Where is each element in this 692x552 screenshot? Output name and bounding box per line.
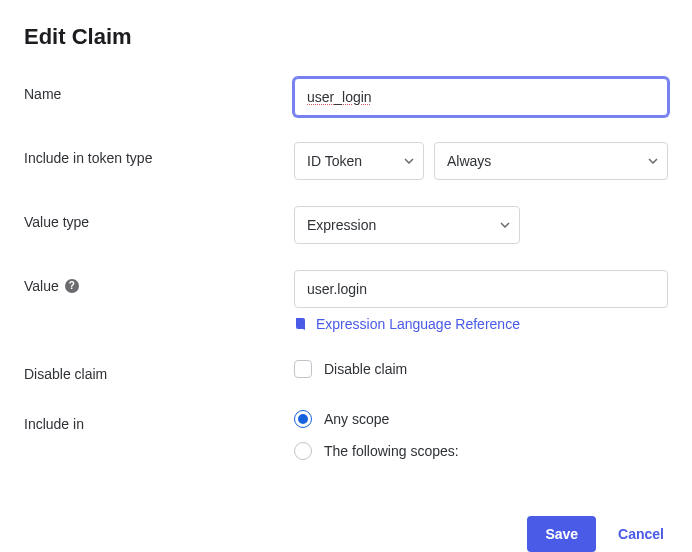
value-label: Value [24,278,59,294]
help-icon[interactable]: ? [65,279,79,293]
include-in-any-radio[interactable] [294,410,312,428]
cancel-button[interactable]: Cancel [618,526,664,542]
row-disable-claim: Disable claim Disable claim [24,358,668,382]
include-in-following-radio[interactable] [294,442,312,460]
row-include-in: Include in Any scope The following scope… [24,408,668,462]
value-input[interactable] [294,270,668,308]
expression-lang-ref-text: Expression Language Reference [316,316,520,332]
row-include-token-type: Include in token type ID Token Always [24,142,668,180]
disable-claim-checkbox[interactable] [294,360,312,378]
name-input[interactable] [294,78,668,116]
footer: Save Cancel [24,516,668,552]
include-in-label: Include in [24,408,294,432]
row-value-type: Value type Expression [24,206,668,244]
disable-claim-option-text: Disable claim [324,361,407,377]
include-in-following-text: The following scopes: [324,443,459,459]
value-type-label: Value type [24,206,294,230]
save-button[interactable]: Save [527,516,596,552]
row-name: Name [24,78,668,116]
disable-claim-label: Disable claim [24,358,294,382]
token-type-select[interactable]: ID Token [294,142,424,180]
row-value: Value ? Expression Language Reference [24,270,668,332]
expression-lang-ref-link[interactable]: Expression Language Reference [294,316,668,332]
include-in-any-text: Any scope [324,411,389,427]
page-title: Edit Claim [24,24,668,50]
value-type-select[interactable]: Expression [294,206,520,244]
token-when-select[interactable]: Always [434,142,668,180]
book-icon [294,317,308,331]
name-label: Name [24,78,294,102]
include-token-type-label: Include in token type [24,142,294,166]
